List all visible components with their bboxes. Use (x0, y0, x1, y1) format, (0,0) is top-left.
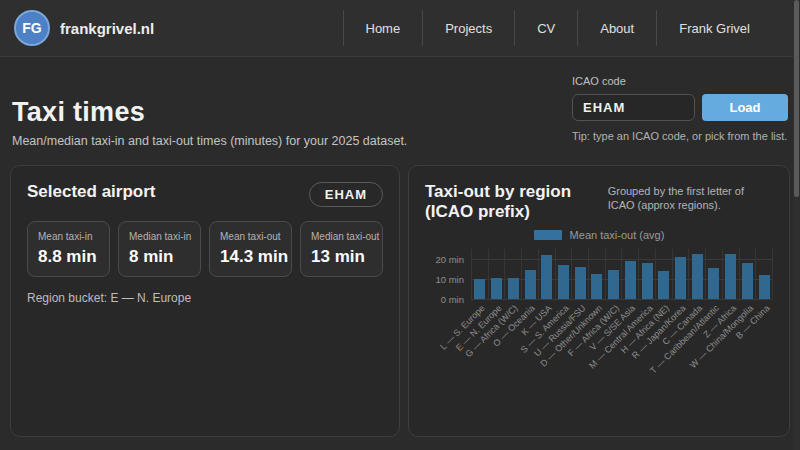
stat-label: Median taxi-in (129, 231, 190, 242)
page-subtitle: Mean/median taxi-in and taxi-out times (… (12, 134, 407, 148)
nav-item-home[interactable]: Home (344, 21, 423, 36)
bar-slot (755, 249, 772, 299)
bar-l (474, 279, 485, 299)
bar-slot (521, 249, 538, 299)
bar-chart: 0 min10 min20 min L — S. EuropeE — N. Eu… (425, 249, 773, 381)
bar-g (508, 278, 519, 299)
nav-item-projects[interactable]: Projects (423, 21, 514, 36)
bar-u (575, 267, 586, 299)
bar-slot (605, 249, 622, 299)
bar-slot (621, 249, 638, 299)
legend-swatch (534, 230, 562, 240)
icao-panel: ICAO code Load Tip: type an ICAO code, o… (572, 75, 788, 142)
icao-code-label: ICAO code (572, 75, 788, 87)
stat-value: 13 min (311, 247, 372, 267)
bar-slot (555, 249, 572, 299)
page-title: Taxi times (12, 97, 407, 128)
load-button[interactable]: Load (702, 94, 788, 121)
stat-label: Mean taxi-in (38, 231, 99, 242)
bar-h (658, 271, 669, 299)
site-name[interactable]: frankgrivel.nl (60, 20, 154, 37)
bar-slot (739, 249, 756, 299)
bar-c (692, 254, 703, 299)
bar-slot (488, 249, 505, 299)
bar-w (742, 263, 753, 299)
stat-label: Mean taxi-out (220, 231, 281, 242)
bar-b (759, 275, 770, 299)
bar-slot (672, 249, 689, 299)
stat-box-median-taxi-out: Median taxi-out13 min (300, 221, 383, 277)
main-nav: HomeProjectsCVAboutFrank Grivel (343, 0, 773, 56)
stat-box-mean-taxi-out: Mean taxi-out14.3 min (209, 221, 292, 277)
stat-value: 8 min (129, 247, 190, 267)
chart-legend: Mean taxi-out (avg) (425, 229, 773, 241)
y-axis-tick-label: 0 min (441, 293, 464, 304)
chart-title: Taxi-out by region (ICAO prefix) (425, 182, 608, 223)
bar-slot (571, 249, 588, 299)
bar-t (708, 268, 719, 299)
stat-value: 8.8 min (38, 247, 99, 267)
bar-slot (504, 249, 521, 299)
bar-slot (588, 249, 605, 299)
stat-box-mean-taxi-in: Mean taxi-in8.8 min (27, 221, 110, 277)
cards-row: Selected airport EHAM Mean taxi-in8.8 mi… (10, 165, 790, 437)
y-axis-tick-label: 10 min (435, 273, 464, 284)
nav-item-about[interactable]: About (578, 21, 656, 36)
taxi-out-chart-card: Taxi-out by region (ICAO prefix) Grouped… (408, 165, 790, 437)
bar-v (625, 261, 636, 299)
icao-tip-text: Tip: type an ICAO code, or pick from the… (572, 130, 788, 142)
bar-e (491, 278, 502, 299)
nav-item-frank-grivel[interactable]: Frank Grivel (657, 21, 772, 36)
stat-value: 14.3 min (220, 247, 281, 267)
bar-f (608, 270, 619, 299)
airport-code-badge: EHAM (309, 182, 383, 207)
bar-o (525, 270, 536, 299)
bar-slot (705, 249, 722, 299)
selected-airport-title: Selected airport (27, 182, 156, 202)
page-scrollbar-track[interactable] (793, 0, 800, 450)
bar-m (642, 263, 653, 299)
bar-z (725, 254, 736, 299)
hero-section: Taxi times Mean/median taxi-in and taxi-… (0, 57, 800, 165)
nav-item-cv[interactable]: CV (515, 21, 577, 36)
bar-slot (638, 249, 655, 299)
stat-label: Median taxi-out (311, 231, 372, 242)
logo-initials: FG (22, 20, 41, 36)
bar-slot (655, 249, 672, 299)
site-logo[interactable]: FG (14, 10, 50, 46)
chart-x-axis-labels: L — S. EuropeE — N. EuropeG — Africa (W/… (471, 299, 773, 381)
legend-label: Mean taxi-out (avg) (570, 229, 665, 241)
bar-r (675, 257, 686, 299)
region-bucket-text: Region bucket: E — N. Europe (27, 291, 383, 305)
bar-slot (471, 249, 488, 299)
selected-airport-card: Selected airport EHAM Mean taxi-in8.8 mi… (10, 165, 400, 437)
chart-plot-area: 0 min10 min20 min (471, 249, 773, 299)
bar-s (558, 265, 569, 299)
chart-subtitle: Grouped by the first letter of ICAO (app… (608, 184, 773, 213)
page-scrollbar-thumb[interactable] (794, 0, 799, 197)
bar-slots (471, 249, 772, 299)
header: FG frankgrivel.nl HomeProjectsCVAboutFra… (0, 0, 800, 57)
stat-box-median-taxi-in: Median taxi-in8 min (118, 221, 201, 277)
stats-row: Mean taxi-in8.8 minMedian taxi-in8 minMe… (27, 221, 383, 277)
bar-slot (722, 249, 739, 299)
y-axis-tick-label: 20 min (435, 253, 464, 264)
bar-slot (688, 249, 705, 299)
icao-code-input[interactable] (572, 94, 695, 121)
bar-d (591, 274, 602, 299)
bar-slot (538, 249, 555, 299)
bar-k (541, 255, 552, 299)
